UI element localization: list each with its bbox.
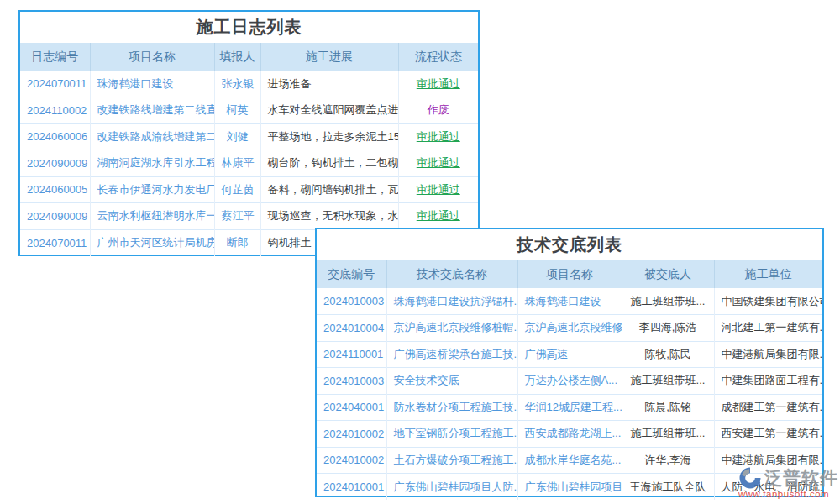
cell-status[interactable]: 作废 [428, 103, 449, 116]
cell-name[interactable]: 安全技术交底 [394, 374, 459, 386]
cell-unit: 中建港航局集团有限... [722, 454, 823, 466]
cell-reporter[interactable]: 张永银 [222, 77, 255, 90]
cell-status[interactable]: 审批通过 [417, 209, 460, 222]
table-row: 2024070011珠海鹤港口建设张永银进场准备审批通过 [20, 71, 478, 97]
cell-receiver: 施工班组带班... [631, 374, 706, 386]
cell-unit: 中建集团路面工程有... [722, 374, 823, 386]
cell-id[interactable]: 2024040001 [323, 401, 384, 413]
cell-reporter[interactable]: 刘健 [227, 130, 249, 143]
table-row: 2024010004京沪高速北京段维修桩帽...京沪高速北京段维修李四海,陈浩河… [317, 315, 822, 342]
cell-receiver: 陈牧,陈民 [644, 348, 691, 360]
cell-progress: 钩机排土 [268, 236, 312, 249]
cell-receiver: 王海施工队全队 [630, 480, 706, 493]
cell-reporter[interactable]: 蔡江平 [222, 209, 255, 222]
cell-id[interactable]: 2024110002 [27, 104, 87, 117]
table-row: 2024010002地下室钢筋分项工程施工...西安成都路龙湖上...施工班组带… [317, 421, 822, 448]
table-row: 2024010001广东佛山碧桂园项目人防...广东佛山碧桂园项目王海施工队全队… [317, 474, 822, 501]
column-header-id: 交底编号 [317, 260, 386, 288]
tech-disclosure-header: 交底编号技术交底名称项目名称被交底人施工单位 [317, 260, 822, 288]
column-header-status: 流程状态 [398, 43, 478, 71]
column-header-id: 日志编号 [20, 43, 90, 71]
cell-project[interactable]: 广州市天河区统计局机房... [97, 236, 215, 249]
cell-progress: 现场巡查，无积水现象，水... [268, 209, 399, 222]
cell-status[interactable]: 审批通过 [417, 156, 460, 169]
cell-progress: 砌台阶，钩机排土，二包砌... [268, 156, 399, 169]
cell-project[interactable]: 改建铁路成渝线增建第二... [97, 130, 215, 143]
cell-name[interactable]: 地下室钢筋分项工程施工... [394, 427, 518, 439]
cell-progress: 进场准备 [268, 77, 312, 90]
table-row: 2024040001防水卷材分项工程施工技...华润12城房建工程...陈晨,陈… [317, 394, 822, 421]
table-row: 2024060005长春市伊通河水力发电厂...何芷茵备料，砌间墙钩机排土，瓦.… [20, 176, 478, 203]
column-header-reporter: 填报人 [214, 43, 260, 71]
cell-receiver: 施工班组带班... [631, 427, 706, 439]
cell-name[interactable]: 广东佛山碧桂园项目人防... [394, 480, 518, 493]
cell-name[interactable]: 珠海鹤港口建设抗浮锚杆... [394, 295, 518, 307]
construction-log-header: 日志编号项目名称填报人施工进展流程状态 [20, 43, 478, 71]
construction-log-table: 日志编号项目名称填报人施工进展流程状态 2024070011珠海鹤港口建设张永银… [20, 43, 478, 256]
table-row: 2024010002土石方爆破分项工程施工...成都水岸华庭名苑...许华,李海… [317, 447, 822, 474]
cell-id[interactable]: 2024090009 [27, 210, 87, 223]
cell-project[interactable]: 广东佛山碧桂园项目 [525, 480, 622, 493]
cell-id[interactable]: 2024060006 [27, 130, 87, 143]
cell-project[interactable]: 珠海鹤港口建设 [97, 77, 174, 90]
cell-project[interactable]: 西安成都路龙湖上... [525, 427, 622, 439]
cell-id[interactable]: 2024010003 [323, 375, 384, 387]
cell-unit: 中国铁建集团有限公司 [722, 295, 823, 307]
cell-name[interactable]: 防水卷材分项工程施工技... [394, 401, 518, 413]
cell-id[interactable]: 2024090009 [27, 157, 87, 170]
column-header-receiver: 被交底人 [622, 260, 714, 288]
cell-id[interactable]: 2024010002 [323, 428, 384, 440]
cell-unit: 河北建工第一建筑有... [722, 321, 823, 333]
column-header-name: 技术交底名称 [386, 260, 517, 288]
cell-project[interactable]: 广佛高速 [525, 348, 569, 360]
cell-project[interactable]: 云南水利枢纽潜明水库一... [97, 209, 215, 222]
cell-receiver: 施工班组带班... [631, 295, 706, 307]
cell-name[interactable]: 京沪高速北京段维修桩帽... [394, 321, 518, 333]
cell-id[interactable]: 2024070011 [27, 77, 87, 90]
column-header-unit: 施工单位 [714, 260, 822, 288]
cell-id[interactable]: 2024010002 [323, 454, 384, 466]
cell-status[interactable]: 审批通过 [417, 183, 460, 196]
tech-disclosure-table: 交底编号技术交底名称项目名称被交底人施工单位 2024010003珠海鹤港口建设… [317, 260, 822, 500]
cell-project[interactable]: 珠海鹤港口建设 [525, 295, 601, 307]
tech-disclosure-panel: 技术交底列表 交底编号技术交底名称项目名称被交底人施工单位 2024010003… [315, 228, 824, 497]
cell-unit: 成都建工第一建筑有... [722, 401, 823, 413]
cell-id[interactable]: 2024110001 [323, 348, 383, 360]
column-header-project: 项目名称 [517, 260, 622, 288]
cell-receiver: 许华,李海 [644, 454, 691, 466]
construction-log-title: 施工日志列表 [20, 12, 478, 43]
table-row: 2024110001广佛高速桥梁承台施工技...广佛高速陈牧,陈民中建港航局集团… [317, 341, 822, 368]
cell-id[interactable]: 2024010001 [323, 480, 384, 493]
cell-project[interactable]: 改建铁路线增建第二线直... [97, 103, 215, 116]
cell-receiver: 李四海,陈浩 [639, 321, 697, 333]
cell-progress: 平整场地，拉走多余泥土15... [268, 130, 399, 143]
cell-id[interactable]: 2024070011 [27, 237, 87, 249]
cell-name[interactable]: 广佛高速桥梁承台施工技... [394, 348, 518, 360]
cell-status[interactable]: 审批通过 [417, 77, 460, 90]
cell-reporter[interactable]: 断郎 [227, 236, 249, 249]
table-row: 2024010003珠海鹤港口建设抗浮锚杆...珠海鹤港口建设施工班组带班...… [317, 288, 822, 315]
cell-unit: 中建港航局集团有限... [722, 348, 823, 360]
table-row: 2024010003安全技术交底万达办公楼左侧A...施工班组带班...中建集团… [317, 368, 822, 395]
cell-status[interactable]: 审批通过 [417, 130, 460, 143]
cell-reporter[interactable]: 林康平 [222, 156, 255, 169]
table-row: 2024090009云南水利枢纽潜明水库一...蔡江平现场巡查，无积水现象，水.… [20, 203, 478, 230]
cell-project[interactable]: 万达办公楼左侧A... [525, 374, 618, 386]
cell-project[interactable]: 长春市伊通河水力发电厂... [97, 183, 215, 196]
cell-project[interactable]: 京沪高速北京段维修 [525, 321, 622, 333]
tech-disclosure-title: 技术交底列表 [317, 229, 822, 260]
cell-id[interactable]: 2024060005 [27, 183, 87, 196]
cell-progress: 水车对全线遮阳网覆盖点进... [268, 103, 399, 116]
column-header-project: 项目名称 [90, 43, 214, 71]
table-row: 2024090009湖南洞庭湖水库引水工程...林康平砌台阶，钩机排土，二包砌.… [20, 150, 478, 177]
column-header-progress: 施工进展 [260, 43, 398, 71]
cell-id[interactable]: 2024010004 [323, 322, 384, 334]
cell-receiver: 陈晨,陈铭 [644, 401, 691, 413]
cell-name[interactable]: 土石方爆破分项工程施工... [394, 454, 518, 466]
cell-project[interactable]: 华润12城房建工程... [525, 401, 622, 413]
cell-reporter[interactable]: 柯英 [227, 103, 249, 116]
cell-project[interactable]: 湖南洞庭湖水库引水工程... [97, 156, 215, 169]
cell-id[interactable]: 2024010003 [323, 295, 384, 307]
cell-reporter[interactable]: 何芷茵 [222, 183, 255, 196]
cell-project[interactable]: 成都水岸华庭名苑... [525, 454, 622, 466]
